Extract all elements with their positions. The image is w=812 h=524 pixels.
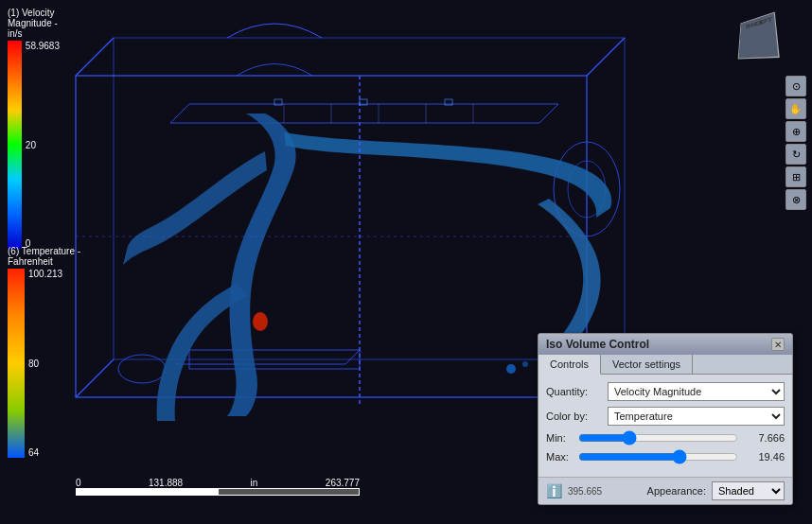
quantity-select[interactable]: Velocity MagnitudePressureTemperature	[608, 382, 785, 401]
min-slider-row: Min: 7.666	[546, 431, 785, 445]
max-label: Max:	[546, 451, 574, 463]
panel-title: Iso Volume Control	[546, 338, 649, 351]
quantity-row: Quantity: Velocity MagnitudePressureTemp…	[546, 382, 785, 401]
fit-button[interactable]: ⊞	[786, 166, 806, 187]
reset-button[interactable]: ⊗	[786, 189, 806, 210]
legend-temperature: (6) Temperature - Fahrenheit 100.213 80 …	[8, 246, 83, 458]
legend-velocity-mid: 20	[26, 140, 60, 150]
min-slider[interactable]	[578, 431, 738, 445]
iso-volume-panel: Iso Volume Control ✕ Controls Vector set…	[538, 333, 793, 505]
svg-point-29	[506, 364, 516, 374]
min-label: Min:	[546, 432, 574, 444]
orbit-button[interactable]: ⊙	[786, 76, 806, 96]
color-by-select[interactable]: TemperaturePressureVelocity Magnitude	[608, 407, 785, 426]
legend-velocity-max: 58.9683	[26, 41, 60, 51]
panel-body: Quantity: Velocity MagnitudePressureTemp…	[538, 375, 792, 477]
max-slider-row: Max: 19.46	[546, 450, 785, 463]
svg-point-18	[253, 312, 268, 331]
max-slider[interactable]	[578, 450, 738, 463]
tab-controls[interactable]: Controls	[538, 355, 601, 375]
info-icon: ℹ️	[546, 483, 562, 498]
quantity-label: Quantity:	[546, 386, 608, 397]
legend-temp-min: 64	[28, 447, 62, 458]
scale-label-left: 0	[76, 478, 81, 488]
legend-temp-mid: 80	[28, 358, 62, 369]
legend-velocity: (1) Velocity Magnitude - in/s 58.9683 20…	[8, 8, 60, 249]
panel-footer: ℹ️ 395.665 Appearance: ShadedWireframePo…	[538, 477, 792, 504]
scale-label-mid: 131.888	[149, 478, 183, 488]
legend-temp-max: 100.213	[28, 269, 62, 279]
panel-close-button[interactable]: ✕	[771, 338, 785, 351]
nav-cube-left-label: LEFT	[755, 15, 773, 27]
scale-label-right: 263.777	[326, 478, 360, 488]
scale-unit: in	[251, 478, 258, 488]
panel-header: Iso Volume Control ✕	[538, 334, 792, 355]
max-value: 19.46	[742, 451, 785, 463]
viewport[interactable]: (1) Velocity Magnitude - in/s 58.9683 20…	[0, 0, 812, 524]
panel-tabs: Controls Vector settings	[538, 355, 792, 375]
color-by-label: Color by:	[546, 410, 608, 422]
min-value: 7.666	[742, 432, 785, 444]
legend-velocity-title: (1) Velocity Magnitude - in/s	[8, 8, 60, 39]
legend-temp-title: (6) Temperature - Fahrenheit	[8, 246, 83, 267]
appearance-label: Appearance:	[647, 485, 706, 497]
pan-button[interactable]: ✋	[786, 98, 806, 119]
color-by-row: Color by: TemperaturePressureVelocity Ma…	[546, 407, 785, 426]
footer-value: 395.665	[568, 486, 642, 497]
nav-cube[interactable]: BACK LEFT	[727, 8, 784, 64]
svg-point-30	[522, 361, 528, 367]
appearance-select[interactable]: ShadedWireframePoints	[712, 481, 785, 500]
scale-bar: 0 131.888 in 263.777	[76, 478, 360, 496]
rotate-button[interactable]: ↻	[786, 144, 806, 165]
toolbar-right: ⊙ ✋ ⊕ ↻ ⊞ ⊗	[786, 76, 808, 210]
zoom-button[interactable]: ⊕	[786, 121, 806, 142]
tab-vector-settings[interactable]: Vector settings	[601, 355, 693, 374]
